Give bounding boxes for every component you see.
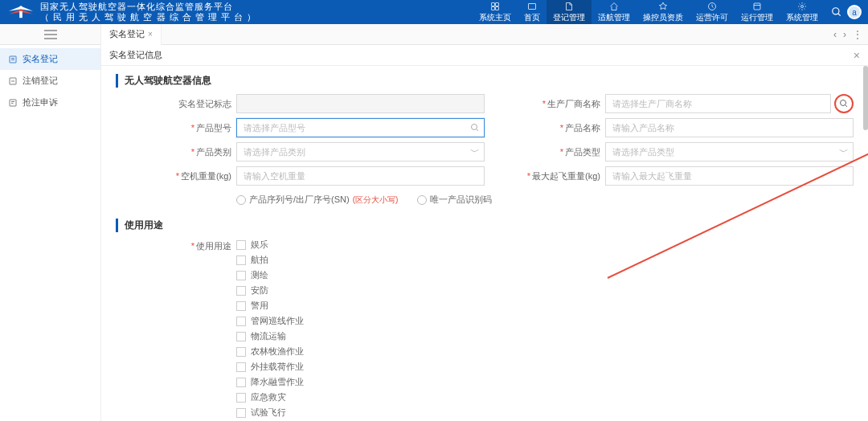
- tab-realname-reg[interactable]: 实名登记 ×: [101, 24, 162, 45]
- nav-item-2[interactable]: 登记管理: [547, 0, 592, 24]
- field-type: 产品类型 ﹀: [517, 142, 854, 161]
- empty-weight-input[interactable]: [236, 166, 485, 186]
- avatar[interactable]: a: [847, 5, 862, 19]
- svg-line-21: [477, 129, 479, 132]
- tab-strip: 实名登记 × ‹ › ⋮: [0, 24, 868, 45]
- field-empty-weight: 空机重量(kg): [148, 166, 485, 186]
- usage-option-0[interactable]: 娱乐: [236, 239, 304, 251]
- radio-icon: [417, 195, 427, 205]
- mtow-input[interactable]: [605, 166, 854, 186]
- nav-label: 登记管理: [553, 12, 585, 23]
- sidebar-item-0[interactable]: 实名登记: [0, 48, 100, 70]
- logo-area: 国家无人驾驶航空器一体化综合监管服务平台 （ 民 用 无 人 驾 驶 航 空 器…: [6, 2, 256, 22]
- scrollbar[interactable]: [863, 66, 868, 130]
- sidebar-item-1[interactable]: 注销登记: [0, 70, 100, 92]
- label: 实名登记标志: [148, 98, 236, 110]
- content-area: 实名登记信息 × 无人驾驶航空器信息 实名登记标志 生产厂商名称: [101, 45, 868, 421]
- nav-item-6[interactable]: 运行管理: [735, 0, 780, 24]
- close-icon[interactable]: ×: [854, 49, 860, 62]
- nav-label: 运营许可: [696, 12, 728, 23]
- nav-item-4[interactable]: 操控员资质: [637, 0, 690, 24]
- sidebar-toggle[interactable]: [0, 24, 101, 45]
- svg-line-19: [845, 105, 848, 108]
- svg-rect-4: [492, 6, 495, 10]
- manufacturer-input[interactable]: [605, 94, 831, 113]
- product-name-input[interactable]: [605, 118, 854, 137]
- nav-icon: [658, 2, 668, 11]
- type-select[interactable]: [605, 142, 854, 161]
- header-right: a: [831, 5, 862, 19]
- checkbox-label: 测绘: [251, 269, 268, 281]
- nav-label: 系统主页: [479, 12, 511, 23]
- nav-label: 操控员资质: [643, 12, 683, 23]
- checkbox-label: 降水融雪作业: [251, 376, 304, 388]
- svg-rect-8: [754, 3, 760, 10]
- svg-point-18: [841, 100, 846, 106]
- nav-item-3[interactable]: 适航管理: [592, 0, 637, 24]
- tab-more[interactable]: ⋮: [850, 29, 865, 40]
- manufacturer-search-button[interactable]: [834, 94, 854, 113]
- nav-item-5[interactable]: 运营许可: [690, 0, 735, 24]
- field-mtow: 最大起飞重量(kg): [517, 166, 854, 186]
- usage-option-1[interactable]: 航拍: [236, 254, 304, 266]
- nav-icon: [527, 2, 537, 11]
- sidebar-item-2[interactable]: 抢注申诉: [0, 92, 100, 113]
- checkbox-icon: [236, 408, 246, 418]
- checkbox-icon: [236, 362, 246, 372]
- model-select[interactable]: [236, 118, 485, 137]
- label: 空机重量(kg): [148, 170, 236, 182]
- usage-option-4[interactable]: 警用: [236, 300, 304, 312]
- svg-rect-17: [10, 100, 16, 106]
- section-aircraft-info: 无人驾驶航空器信息 实名登记标志 生产厂商名称 产品型号: [101, 66, 868, 210]
- checkbox-icon: [236, 240, 246, 250]
- category-select[interactable]: [236, 142, 485, 161]
- sidebar-item-label: 注销登记: [23, 75, 58, 87]
- label: 产品类型: [517, 146, 605, 158]
- checkbox-label: 航拍: [251, 254, 268, 266]
- usage-option-9[interactable]: 降水融雪作业: [236, 376, 304, 388]
- field-product-name: 产品名称: [517, 118, 854, 137]
- document-icon: [8, 55, 18, 64]
- nav-icon: [564, 2, 574, 11]
- usage-option-7[interactable]: 农林牧渔作业: [236, 345, 304, 358]
- chevron-down-icon: ﹀: [839, 145, 849, 159]
- checkbox-icon: [236, 347, 246, 357]
- svg-rect-0: [19, 11, 23, 18]
- radio-uid[interactable]: 唯一产品识别码: [417, 194, 492, 206]
- search-icon[interactable]: [831, 6, 842, 18]
- checkbox-icon: [236, 255, 246, 265]
- svg-rect-15: [10, 56, 16, 63]
- reg-mark-input: [236, 94, 485, 113]
- label: 产品型号: [148, 122, 236, 134]
- usage-option-11[interactable]: 试验飞行: [236, 407, 304, 419]
- usage-field: 使用用途 娱乐航拍测绘安防警用管网巡线作业物流运输农林牧渔作业外挂载荷作业降水融…: [116, 239, 854, 421]
- field-model: 产品型号: [148, 118, 485, 137]
- nav-item-7[interactable]: 系统管理: [780, 0, 825, 24]
- nav-label: 首页: [524, 12, 540, 23]
- nav-item-0[interactable]: 系统主页: [473, 0, 518, 24]
- usage-option-3[interactable]: 安防: [236, 284, 304, 296]
- usage-option-5[interactable]: 管网巡线作业: [236, 315, 304, 327]
- tab-label: 实名登记: [109, 28, 145, 40]
- close-icon[interactable]: ×: [148, 30, 153, 39]
- section-usage: 使用用途 使用用途 娱乐航拍测绘安防警用管网巡线作业物流运输农林牧渔作业外挂载荷…: [101, 210, 868, 421]
- usage-option-2[interactable]: 测绘: [236, 269, 304, 281]
- usage-option-6[interactable]: 物流运输: [236, 330, 304, 342]
- usage-checkbox-group: 娱乐航拍测绘安防警用管网巡线作业物流运输农林牧渔作业外挂载荷作业降水融雪作业应急…: [236, 239, 304, 421]
- tab-nav-controls: ‹ › ⋮: [831, 29, 868, 40]
- svg-point-20: [472, 125, 477, 130]
- usage-option-10[interactable]: 应急救灾: [236, 391, 304, 403]
- nav-label: 适航管理: [598, 12, 630, 23]
- label: 生产厂商名称: [517, 98, 605, 110]
- tab-next[interactable]: ›: [841, 29, 849, 40]
- id-type-radios: 产品序列号/出厂序号(SN) (区分大小写) 唯一产品识别码: [148, 194, 854, 206]
- checkbox-label: 农林牧渔作业: [251, 345, 304, 358]
- app-title-line2: （ 民 用 无 人 驾 驶 航 空 器 综 合 管 理 平 台 ）: [40, 12, 256, 22]
- nav-item-1[interactable]: 首页: [518, 0, 547, 24]
- tab-prev[interactable]: ‹: [831, 29, 839, 40]
- usage-option-8[interactable]: 外挂载荷作业: [236, 361, 304, 373]
- checkbox-label: 外挂载荷作业: [251, 361, 304, 373]
- nav-label: 系统管理: [786, 12, 818, 23]
- sn-hint: (区分大小写): [353, 194, 399, 206]
- radio-sn[interactable]: 产品序列号/出厂序号(SN) (区分大小写): [236, 194, 398, 206]
